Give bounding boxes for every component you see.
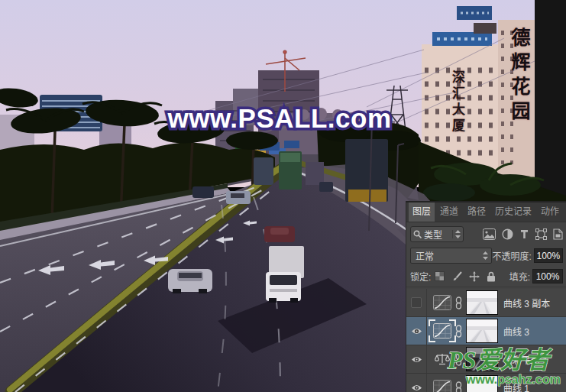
filter-kind-label: 类型	[424, 228, 442, 241]
dark-building-edge	[535, 0, 566, 201]
layer-row-curves1[interactable]: 曲线 1	[406, 374, 566, 392]
layer-thumbnail[interactable]	[466, 347, 498, 371]
lock-all-icon[interactable]	[487, 271, 496, 282]
eye-icon	[411, 327, 422, 335]
updown-arrows-icon	[483, 251, 488, 260]
filter-row: 类型	[406, 222, 566, 245]
layer-name: 曲线 3	[503, 325, 529, 338]
layers-panel: 图层 通道 路径 历史记录 动作 类型	[406, 201, 566, 392]
tab-layers[interactable]: 图层	[409, 202, 435, 222]
eye-icon	[411, 384, 422, 392]
filter-adjustment-layers-icon[interactable]	[502, 228, 513, 240]
curves-adjustment-icon[interactable]	[431, 378, 454, 392]
filter-type-layers-icon[interactable]	[519, 229, 529, 239]
layer-name: 曲线 3 副本	[503, 296, 550, 309]
visibility-toggle[interactable]	[406, 289, 427, 316]
tab-history[interactable]: 历史记录	[491, 202, 535, 222]
search-icon	[413, 230, 422, 238]
roof-billboard	[432, 32, 492, 46]
visibility-toggle[interactable]	[406, 374, 427, 392]
layer-mask-thumbnail[interactable]	[466, 375, 498, 392]
visibility-toggle[interactable]	[406, 317, 427, 345]
layer-mask-thumbnail[interactable]	[466, 319, 498, 343]
lock-row: 锁定:	[406, 266, 566, 287]
eye-icon	[411, 355, 422, 364]
filter-shape-layers-icon[interactable]	[535, 228, 547, 240]
tab-channels[interactable]: 通道	[436, 202, 462, 222]
lock-pixels-brush-icon[interactable]	[451, 271, 462, 282]
filter-smart-objects-icon[interactable]	[553, 228, 563, 240]
opacity-label: 不透明度:	[492, 249, 531, 262]
building-sign-dehui: 德辉花园	[506, 28, 533, 125]
fill-value[interactable]: 100%	[532, 269, 563, 283]
visibility-off-box	[411, 297, 422, 308]
panel-tabbar: 图层 通道 路径 历史记录 动作	[406, 202, 566, 222]
filter-pixel-layers-icon[interactable]	[483, 228, 496, 240]
blend-row: 正常 不透明度: 100%	[406, 245, 566, 266]
color-balance-adjustment-icon[interactable]	[431, 350, 454, 368]
opacity-value[interactable]: 100%	[534, 248, 563, 263]
building-sign-shenhui: 深汇大厦	[448, 70, 467, 134]
photoshop-workspace: www.PSALL.com 深汇大厦 德辉花园 图层 通道 路径 历史记录 动作…	[0, 0, 566, 392]
blend-mode-select[interactable]: 正常	[410, 248, 492, 264]
updown-arrows-icon	[455, 230, 461, 238]
layers-list: 曲线 3 副本	[406, 289, 566, 392]
curves-adjustment-icon[interactable]	[431, 322, 454, 340]
blend-mode-value: 正常	[416, 249, 434, 262]
tab-actions[interactable]: 动作	[537, 202, 563, 222]
psall-watermark: www.PSALL.com	[167, 103, 391, 133]
lock-transparency-icon[interactable]	[435, 271, 445, 281]
layer-row-curves3[interactable]: 曲线 3	[406, 317, 566, 345]
lock-label: 锁定:	[410, 270, 431, 283]
layer-row-curves3-copy[interactable]: 曲线 3 副本	[406, 289, 566, 317]
layer-name: 色彩平衡 1	[503, 353, 548, 366]
visibility-toggle[interactable]	[406, 345, 427, 373]
mask-link-icon	[455, 325, 462, 338]
mask-link-icon	[455, 296, 462, 309]
tab-paths[interactable]: 路径	[464, 202, 490, 222]
lock-position-move-icon[interactable]	[469, 271, 480, 282]
curves-adjustment-icon[interactable]	[431, 293, 454, 312]
layer-name: 曲线 1	[503, 381, 529, 392]
layer-row-color-balance1[interactable]: 色彩平衡 1	[406, 345, 566, 374]
mask-link-icon	[455, 353, 462, 366]
fill-label: 填充:	[509, 270, 530, 283]
selection-brackets	[429, 319, 456, 342]
filter-kind-select[interactable]: 类型	[410, 226, 464, 242]
mask-link-icon	[455, 381, 462, 392]
layer-mask-thumbnail[interactable]	[466, 290, 498, 315]
